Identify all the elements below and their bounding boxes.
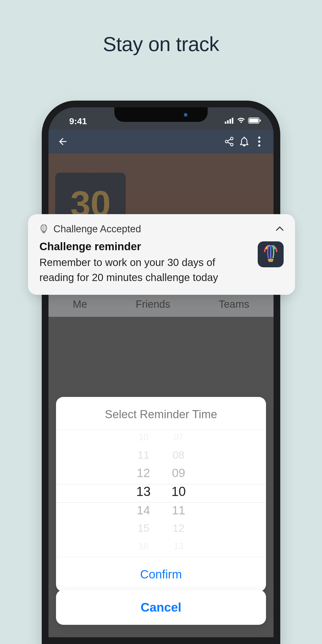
svg-point-7 [230,137,233,140]
minute-wheel[interactable]: 07 08 09 10 11 12 13 [171,430,186,555]
cancel-button[interactable]: Cancel [56,590,266,625]
phone-frame: 9:41 [42,101,280,644]
page-title: Stay on track [0,32,322,56]
notification-app-thumbnail [258,241,284,267]
svg-line-11 [228,142,230,144]
svg-rect-5 [249,118,258,123]
nav-bar [48,130,274,153]
notification-card[interactable]: Challenge Accepted Challenge reminder Re… [28,214,295,295]
chevron-up-icon[interactable] [276,226,284,232]
svg-rect-1 [227,120,229,124]
phone-notch [114,107,208,122]
battery-icon [248,117,262,125]
minute-selected: 10 [171,482,186,501]
hour-selected: 13 [136,482,151,501]
bell-icon[interactable] [237,134,252,149]
time-picker: Select Reminder Time 10 11 12 13 14 15 1… [56,397,266,592]
hour-wheel[interactable]: 10 11 12 13 14 15 16 [136,430,151,555]
more-icon[interactable] [252,134,267,149]
status-right [225,117,262,125]
svg-point-8 [225,140,228,143]
wifi-icon [237,117,246,125]
svg-point-9 [230,143,233,146]
phone-screen: 9:41 [48,107,274,637]
svg-rect-6 [260,120,261,122]
svg-rect-2 [229,119,231,124]
svg-rect-3 [232,118,233,124]
svg-point-12 [258,137,261,139]
status-time: 9:41 [69,116,87,126]
cellular-icon [225,117,234,125]
svg-point-13 [258,141,261,143]
svg-rect-0 [225,122,226,124]
picker-title: Select Reminder Time [56,397,266,430]
share-icon[interactable] [222,134,237,149]
svg-line-10 [228,139,230,141]
back-button[interactable] [55,134,70,149]
picker-wheels: 10 11 12 13 14 15 16 07 08 09 10 11 12 1… [56,430,266,557]
notification-app-name: Challenge Accepted [53,223,141,235]
svg-point-14 [258,144,261,147]
confirm-button[interactable]: Confirm [56,557,266,592]
notification-message: Remember to work on your 30 days of read… [39,255,251,285]
notification-title: Challenge reminder [39,240,251,253]
balloon-icon [39,225,48,234]
